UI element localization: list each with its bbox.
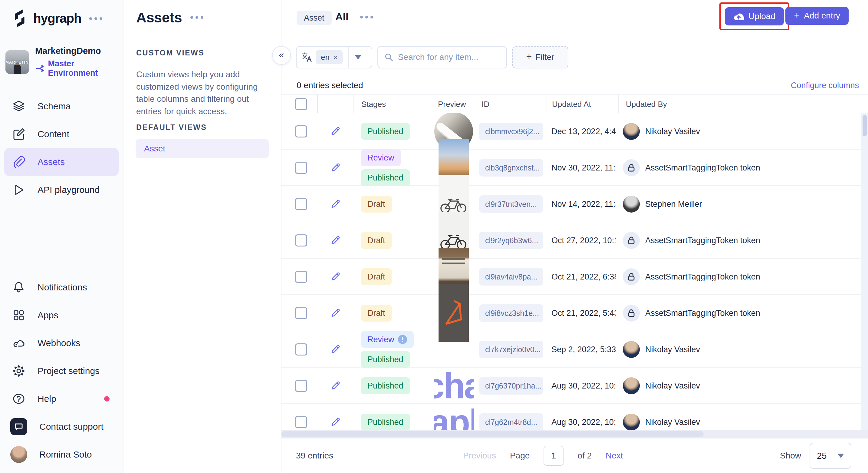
- edit-entry-button[interactable]: [329, 222, 341, 259]
- column-preview[interactable]: Preview: [434, 95, 474, 113]
- table-row[interactable]: ReviewPublishedclb3q8gnxchst...Nov 30, 2…: [281, 150, 868, 186]
- table-row[interactable]: Review!Publishedcl7k7xejzio0v0...Sep 2, …: [281, 331, 868, 367]
- chevron-down-icon[interactable]: [355, 55, 361, 59]
- sidebar-item-project-settings[interactable]: Project settings: [0, 357, 123, 385]
- table-row[interactable]: Publishedaplcl7g62m4tr8d...Aug 30, 2022,…: [281, 404, 868, 430]
- sidebar-item-webhooks[interactable]: Webhooks: [0, 329, 123, 357]
- paperclip-icon: [12, 155, 25, 169]
- default-view-asset[interactable]: Asset: [135, 139, 269, 158]
- sidebar-item-content[interactable]: Content: [0, 120, 123, 148]
- edit-pencil-icon: [329, 234, 341, 246]
- sidebar-item-assets[interactable]: Assets: [4, 148, 119, 176]
- plus-icon: +: [794, 10, 800, 21]
- token-lock-icon: [623, 305, 640, 322]
- entry-id-chip[interactable]: clbmmvcx96j2...: [479, 123, 543, 140]
- column-stages[interactable]: Stages: [353, 95, 434, 113]
- updated-by-avatar: [623, 123, 640, 140]
- column-id[interactable]: ID: [474, 95, 547, 113]
- horizontal-scrollbar[interactable]: [281, 430, 868, 439]
- project-switcher[interactable]: MARKETING MarketingDemo Master Environme…: [5, 46, 123, 78]
- chevron-down-icon: [837, 454, 844, 458]
- table-row[interactable]: Publishedchacl7g6370pr1ha...Aug 30, 2022…: [281, 367, 868, 404]
- search-input[interactable]: [398, 52, 500, 62]
- edit-entry-button[interactable]: [329, 295, 341, 331]
- project-avatar: MARKETING: [5, 50, 29, 74]
- user-name: Romina Soto: [39, 449, 92, 460]
- asset-preview[interactable]: [438, 284, 469, 342]
- row-checkbox[interactable]: [295, 234, 307, 246]
- page-number-input[interactable]: [544, 446, 563, 466]
- entry-id-chip[interactable]: cl9iav4aiv8pa...: [479, 268, 543, 286]
- row-checkbox[interactable]: [295, 307, 307, 319]
- entry-id-chip[interactable]: cl9r37tnt3ven...: [479, 195, 543, 213]
- row-checkbox[interactable]: [295, 380, 307, 392]
- add-entry-button[interactable]: + Add entry: [785, 7, 849, 25]
- sidebar-item-help[interactable]: Help: [0, 385, 123, 413]
- table-row[interactable]: Draftcl9r37tnt3ven...Nov 14, 2022, 11:4S…: [281, 186, 868, 222]
- views-more-options-icon[interactable]: [190, 16, 204, 19]
- previous-page-link[interactable]: Previous: [463, 451, 496, 461]
- pagination-bar: 39 entries Previous Page of 2 Next Show …: [281, 439, 868, 473]
- plus-icon: +: [526, 51, 532, 62]
- asset-preview[interactable]: cha: [434, 367, 474, 404]
- vertical-scrollbar[interactable]: [861, 113, 868, 430]
- row-checkbox[interactable]: [295, 271, 307, 283]
- updated-by-name: AssetSmartTaggingToken token: [645, 308, 760, 318]
- column-updated-at[interactable]: Updated At: [547, 95, 618, 113]
- info-badge-icon: !: [398, 335, 407, 344]
- edit-entry-button[interactable]: [329, 150, 341, 186]
- sidebar-item-apps[interactable]: Apps: [0, 301, 123, 329]
- entry-id-chip[interactable]: cl9r2yq6b3w6...: [479, 232, 543, 249]
- row-checkbox[interactable]: [295, 198, 307, 210]
- table-row[interactable]: Publishedclbmmvcx96j2...Dec 13, 2022, 4:…: [281, 113, 868, 150]
- edit-entry-button[interactable]: [329, 259, 341, 295]
- edit-pencil-icon: [329, 344, 341, 355]
- language-chip[interactable]: en ×: [316, 50, 343, 64]
- row-checkbox[interactable]: [295, 162, 307, 174]
- entry-id-chip[interactable]: cl9i8vcz3sh1e...: [479, 304, 543, 322]
- environment-selector[interactable]: Master Environment: [35, 59, 123, 78]
- updated-at-value: Aug 30, 2022, 10:3: [551, 418, 616, 427]
- row-checkbox[interactable]: [295, 416, 307, 428]
- asset-preview[interactable]: apl: [434, 404, 474, 430]
- edit-entry-button[interactable]: [329, 331, 341, 367]
- row-checkbox[interactable]: [295, 125, 307, 138]
- edit-entry-button[interactable]: [329, 186, 341, 222]
- column-updated-by[interactable]: Updated By: [618, 95, 868, 113]
- tab-all[interactable]: All: [335, 11, 348, 23]
- sidebar-item-api-playground[interactable]: API playground: [0, 176, 123, 204]
- stage-badge-published: Published: [361, 351, 410, 368]
- table-row[interactable]: Draftcl9r2yq6b3w6...Oct 27, 2022, 10:1As…: [281, 222, 868, 259]
- cloud-upload-icon: [733, 12, 744, 21]
- language-selector[interactable]: en ×: [296, 46, 372, 68]
- entry-id-chip[interactable]: cl7k7xejzio0v0...: [479, 341, 543, 358]
- stage-badge-draft: Draft: [361, 305, 392, 322]
- edit-entry-button[interactable]: [329, 113, 341, 150]
- entry-id-chip[interactable]: cl7g62m4tr8d...: [479, 413, 543, 430]
- table-row[interactable]: Draftcl9iav4aiv8pa...Oct 21, 2022, 6:38A…: [281, 259, 868, 295]
- row-checkbox[interactable]: [295, 344, 307, 355]
- tab-more-options-icon[interactable]: [360, 16, 373, 19]
- edit-entry-button[interactable]: [329, 367, 341, 404]
- search-icon: [384, 52, 394, 63]
- select-all-checkbox[interactable]: [295, 98, 307, 110]
- add-filter-button[interactable]: + Filter: [512, 46, 568, 68]
- model-chip-asset[interactable]: Asset: [297, 10, 332, 25]
- token-lock-icon: [623, 232, 640, 249]
- configure-columns-link[interactable]: Configure columns: [791, 81, 859, 90]
- page-size-select[interactable]: 25: [810, 443, 851, 469]
- sidebar-item-schema[interactable]: Schema: [0, 92, 123, 120]
- upload-button[interactable]: Upload: [725, 7, 784, 25]
- edit-square-icon: [12, 127, 25, 141]
- next-page-link[interactable]: Next: [606, 451, 623, 461]
- sidebar-item-user[interactable]: Romina Soto: [0, 441, 123, 469]
- sidebar-item-contact-support[interactable]: Contact support: [0, 413, 123, 441]
- table-row[interactable]: Draftcl9i8vcz3sh1e...Oct 21, 2022, 5:43A…: [281, 295, 868, 331]
- sidebar-item-notifications[interactable]: Notifications: [0, 273, 123, 301]
- collapse-panel-button[interactable]: «: [272, 46, 291, 65]
- remove-language-icon[interactable]: ×: [333, 53, 338, 62]
- entry-id-chip[interactable]: cl7g6370pr1ha...: [479, 377, 543, 394]
- edit-entry-button[interactable]: [329, 404, 341, 430]
- workspace-more-options-icon[interactable]: [89, 17, 102, 20]
- entry-id-chip[interactable]: clb3q8gnxchst...: [479, 159, 543, 177]
